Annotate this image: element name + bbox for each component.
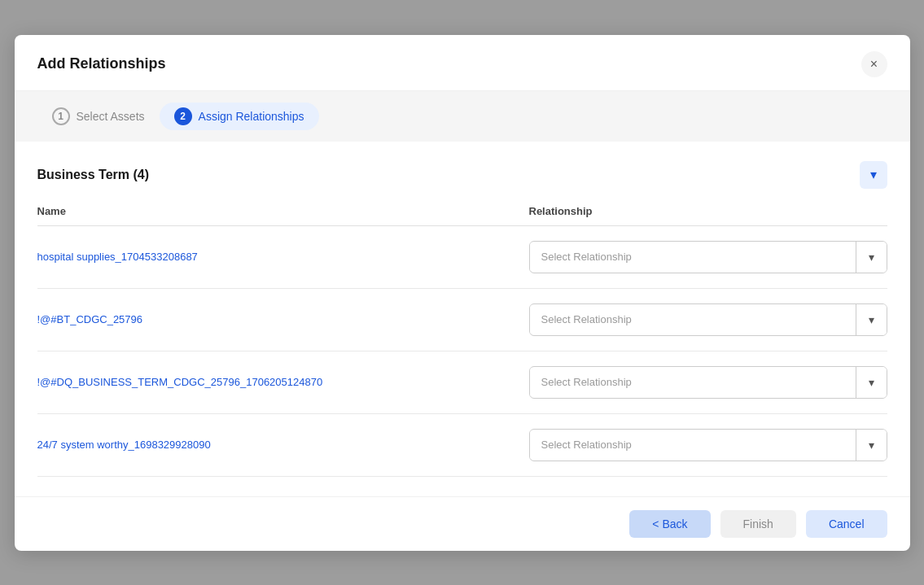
row-2-chevron-icon[interactable]: ▾ (856, 304, 887, 335)
row-1-name: hospital supplies_1704533208687 (37, 251, 529, 263)
row-1-chevron-icon[interactable]: ▾ (856, 242, 887, 273)
row-1-placeholder: Select Relationship (530, 242, 856, 271)
chevron-down-icon: ▾ (870, 167, 877, 182)
row-4-select-container: Select Relationship ▾ (529, 429, 887, 461)
col-relationship-header: Relationship (529, 205, 887, 217)
table-header: Name Relationship (37, 205, 887, 226)
row-3-select-container: Select Relationship ▾ (529, 366, 887, 399)
row-2-placeholder: Select Relationship (530, 305, 856, 334)
step-1-label: Select Assets (77, 110, 145, 123)
modal-header: Add Relationships × (15, 35, 910, 91)
row-2-select-container: Select Relationship ▾ (529, 303, 887, 336)
row-4-name: 24/7 system worthy_1698329928090 (37, 439, 529, 451)
cancel-button[interactable]: Cancel (806, 510, 887, 538)
step-2-assign-relationships[interactable]: 2 Assign Relationships (160, 103, 319, 130)
table-row: !@#DQ_BUSINESS_TERM_CDGC_25796_170620512… (37, 351, 887, 414)
row-2-name: !@#BT_CDGC_25796 (37, 313, 529, 325)
close-icon: × (870, 57, 878, 72)
modal-footer: < Back Finish Cancel (15, 496, 910, 551)
row-1-relationship-dropdown[interactable]: Select Relationship ▾ (529, 241, 887, 273)
modal-backdrop: Add Relationships × 1 Select Assets 2 As… (0, 0, 924, 585)
close-button[interactable]: × (861, 51, 887, 77)
table-row: 24/7 system worthy_1698329928090 Select … (37, 414, 887, 477)
row-2-relationship-dropdown[interactable]: Select Relationship ▾ (529, 303, 887, 336)
step-2-label: Assign Relationships (199, 110, 304, 123)
step-2-circle: 2 (174, 107, 192, 125)
stepper-bar: 1 Select Assets 2 Assign Relationships (15, 91, 910, 142)
finish-button[interactable]: Finish (720, 510, 796, 538)
row-3-chevron-icon[interactable]: ▾ (856, 367, 887, 398)
modal-body: Business Term (4) ▾ Name Relationship ho… (15, 142, 910, 496)
step-1-circle: 1 (52, 107, 70, 125)
row-3-name: !@#DQ_BUSINESS_TERM_CDGC_25796_170620512… (37, 376, 529, 388)
row-4-relationship-dropdown[interactable]: Select Relationship ▾ (529, 429, 887, 461)
table-row: hospital supplies_1704533208687 Select R… (37, 226, 887, 289)
row-3-relationship-dropdown[interactable]: Select Relationship ▾ (529, 366, 887, 399)
collapse-button[interactable]: ▾ (860, 161, 887, 189)
row-3-placeholder: Select Relationship (530, 368, 856, 396)
col-name-header: Name (37, 205, 529, 217)
row-4-placeholder: Select Relationship (530, 430, 856, 459)
step-1-select-assets[interactable]: 1 Select Assets (37, 103, 160, 130)
table-row: !@#BT_CDGC_25796 Select Relationship ▾ (37, 289, 887, 351)
section-title: Business Term (4) (37, 168, 150, 182)
modal-container: Add Relationships × 1 Select Assets 2 As… (15, 35, 910, 551)
modal-title: Add Relationships (37, 55, 166, 72)
row-1-select-container: Select Relationship ▾ (529, 241, 887, 273)
back-button[interactable]: < Back (629, 510, 710, 538)
section-header: Business Term (4) ▾ (37, 161, 887, 189)
row-4-chevron-icon[interactable]: ▾ (856, 430, 887, 461)
